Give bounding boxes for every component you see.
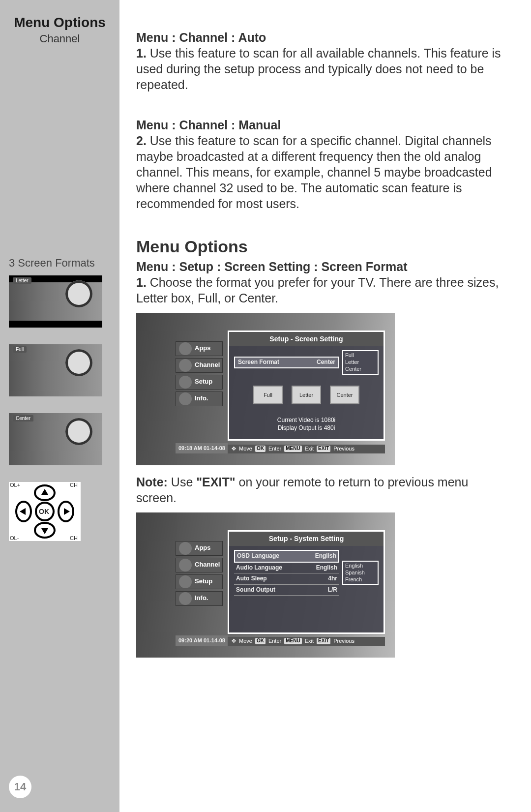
globe-icon <box>179 342 192 355</box>
osd-item-channel: Channel <box>176 358 223 373</box>
row-sound-output: Sound OutputL/R <box>234 585 339 596</box>
format-btn-center: Center <box>330 386 359 404</box>
channel-icon <box>179 559 192 571</box>
heading-screenformat: Menu : Setup : Screen Setting : Screen F… <box>136 259 506 274</box>
osd-timestamp: 09:20 AM 01-14-08 <box>176 635 228 645</box>
format-option-list: FullLetterCenter <box>342 350 379 374</box>
osd-item-apps: Apps <box>176 541 223 556</box>
osd-item-setup: Setup <box>176 574 223 589</box>
osd-timestamp: 09:18 AM 01-14-08 <box>176 443 228 453</box>
info-icon <box>179 592 192 605</box>
ch-label2: CH <box>70 535 78 541</box>
panel-title: Setup - Screen Setting <box>229 332 384 347</box>
format-btn-full: Full <box>253 386 283 404</box>
format-btn-letter: Letter <box>292 386 321 404</box>
sidebar-title: Menu Options <box>9 15 111 30</box>
panel-title: Setup - System Setting <box>229 532 384 546</box>
channel-icon <box>179 359 192 372</box>
format-thumb-full: Full <box>9 344 102 396</box>
vol-plus-label: OL+ <box>10 482 20 488</box>
ch-label: CH <box>70 482 78 488</box>
globe-icon <box>179 542 192 555</box>
osd-sidebar: Apps Channel Setup Info. <box>176 341 223 408</box>
main-content: Menu : Channel : Auto 1. Use this featur… <box>119 0 531 812</box>
screen-format-field: Screen FormatCenter <box>234 357 339 368</box>
thumb-tag: Center <box>13 415 33 421</box>
page-number-badge: 14 <box>9 776 31 798</box>
osd-screenshot-system-setting: Apps Channel Setup Info. Setup - System … <box>136 512 395 658</box>
row-auto-sleep: Auto Sleep4hr <box>234 573 339 584</box>
gear-icon <box>179 575 192 588</box>
body-auto: 1. Use this feature to scan for all avai… <box>136 45 506 92</box>
thumb-tag: Letter <box>13 277 31 284</box>
row-osd-language: OSD LanguageEnglish <box>234 550 339 562</box>
ok-label: OK <box>39 508 49 515</box>
dpad-icon: ✥ <box>232 637 236 644</box>
sidebar-subtitle: Channel <box>9 32 111 45</box>
language-option-list: EnglishSpanishFrench <box>342 561 379 585</box>
osd-helpbar: ✥Move OKEnter MENUExit EXITPrevious <box>228 445 385 453</box>
osd-panel: Setup - Screen Setting Screen FormatCent… <box>228 331 385 441</box>
body-screenformat: 1. Choose the format you prefer for your… <box>136 274 506 306</box>
row-audio-language: Audio LanguageEnglish <box>234 563 339 573</box>
gear-icon <box>179 376 192 389</box>
screen-formats-label: 3 Screen Formats <box>9 257 111 270</box>
osd-helpbar: ✥Move OKEnter MENUExit EXITPrevious <box>228 637 385 646</box>
format-thumb-center: Center <box>9 413 102 465</box>
video-status: Current Video is 1080iDisplay Output is … <box>234 416 379 432</box>
osd-item-apps: Apps <box>176 341 223 356</box>
remote-dpad-icon: OL+ CH OL- CH OK <box>9 482 81 541</box>
body-manual: 2. Use this feature to scan for a specif… <box>136 133 506 211</box>
dpad-icon: ✥ <box>232 445 236 452</box>
vol-minus-label: OL- <box>10 535 19 541</box>
osd-panel: Setup - System Setting OSD LanguageEngli… <box>228 530 385 634</box>
heading-manual: Menu : Channel : Manual <box>136 117 506 133</box>
info-icon <box>179 392 192 405</box>
osd-sidebar: Apps Channel Setup Info. <box>176 541 223 608</box>
thumb-tag: Full <box>13 346 27 353</box>
sidebar: Menu Options Channel 3 Screen Formats Le… <box>0 0 119 812</box>
osd-item-info: Info. <box>176 391 223 406</box>
manual-page: Menu Options Channel 3 Screen Formats Le… <box>0 0 531 812</box>
osd-screenshot-screen-setting: Apps Channel Setup Info. Setup - Screen … <box>136 313 395 465</box>
note-exit: Note: Use "EXIT" on your remote to retur… <box>136 474 506 506</box>
osd-item-info: Info. <box>176 591 223 606</box>
osd-item-setup: Setup <box>176 375 223 390</box>
section-channel-auto: Menu : Channel : Auto 1. Use this featur… <box>136 30 506 92</box>
format-thumb-letterbox: Letter <box>9 275 102 328</box>
heading-auto: Menu : Channel : Auto <box>136 30 506 45</box>
section-channel-manual: Menu : Channel : Manual 2. Use this feat… <box>136 117 506 211</box>
osd-item-channel: Channel <box>176 558 223 572</box>
section-title-menu-options: Menu Options <box>136 236 506 258</box>
